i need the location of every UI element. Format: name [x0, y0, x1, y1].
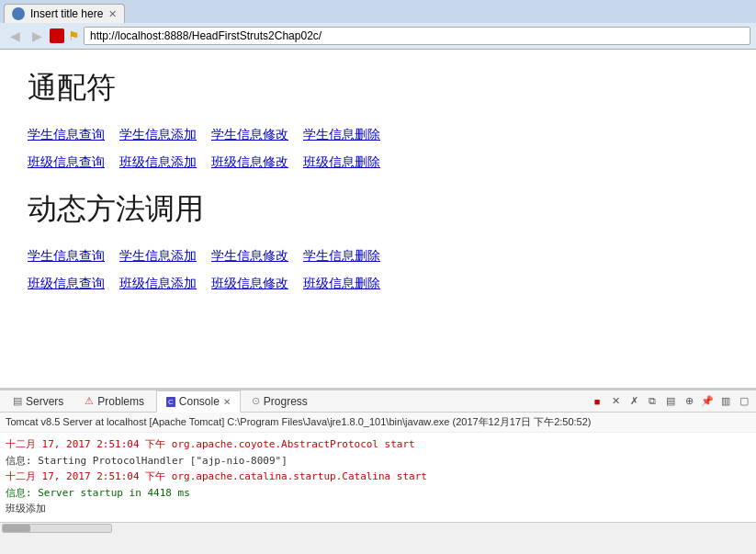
tab-console[interactable]: C Console ✕	[156, 390, 241, 413]
section1-row1: 学生信息查询 学生信息添加 学生信息修改 学生信息删除	[28, 127, 728, 143]
s2-link-6[interactable]: 班级信息添加	[119, 276, 197, 292]
remove-button[interactable]: ✗	[626, 393, 642, 410]
bottom-panel: ▤ Servers ⚠ Problems C Console ✕ ⊙ Progr…	[0, 390, 756, 535]
s1-link-7[interactable]: 班级信息修改	[211, 154, 288, 171]
s2-link-1[interactable]: 学生信息查询	[28, 248, 105, 265]
s1-link-3[interactable]: 学生信息修改	[211, 127, 288, 143]
s2-link-3[interactable]: 学生信息修改	[211, 248, 288, 265]
browser-chrome: Insert title here ✕ ◀ ▶ ⚑	[0, 0, 756, 50]
console-line-5: 班级添加	[6, 502, 750, 517]
horizontal-scrollbar[interactable]	[0, 522, 756, 535]
tab-servers[interactable]: ▤ Servers	[4, 391, 73, 412]
s2-link-8[interactable]: 班级信息删除	[303, 276, 380, 292]
panel-toolbar: ■ ✕ ✗ ⧉ ▤ ⊕ 📌 ▥ ▢	[589, 393, 752, 410]
scrollbar-track[interactable]	[2, 524, 112, 533]
tab-close-button[interactable]: ✕	[108, 8, 117, 20]
progress-icon: ⊙	[252, 395, 260, 407]
s1-link-8[interactable]: 班级信息删除	[303, 154, 380, 171]
section2-row2: 班级信息查询 班级信息添加 班级信息修改 班级信息删除	[28, 276, 728, 292]
view-menu-button[interactable]: ▥	[717, 393, 734, 410]
tab-bar: Insert title here ✕	[0, 0, 756, 23]
tab-title: Insert title here	[30, 7, 103, 20]
console-body: 十二月 17, 2017 2:51:04 下午 org.apache.coyot…	[0, 433, 756, 522]
tab-favicon	[12, 7, 25, 20]
bookmark-icon: ⚑	[68, 28, 80, 43]
s1-link-5[interactable]: 班级信息查询	[28, 154, 105, 171]
console-icon: C	[166, 397, 175, 407]
progress-label: Progress	[264, 395, 308, 408]
s1-link-2[interactable]: 学生信息添加	[119, 127, 197, 143]
browser-tab[interactable]: Insert title here ✕	[4, 4, 125, 23]
console-header: Tomcat v8.5 Server at localhost [Apache …	[0, 413, 756, 433]
console-label: Console	[179, 395, 220, 408]
problems-label: Problems	[97, 395, 144, 408]
section2: 动态方法调用 学生信息查询 学生信息添加 学生信息修改 学生信息删除 班级信息查…	[28, 189, 728, 292]
back-button[interactable]: ◀	[6, 27, 24, 45]
stop-button[interactable]	[50, 28, 64, 43]
s1-link-1[interactable]: 学生信息查询	[28, 127, 105, 143]
console-line-2: 信息: Starting ProtocolHandler ["ajp-nio-8…	[6, 454, 750, 469]
s2-link-7[interactable]: 班级信息修改	[211, 276, 288, 292]
console-line-1: 十二月 17, 2017 2:51:04 下午 org.apache.coyot…	[6, 437, 750, 453]
section2-title: 动态方法调用	[28, 189, 728, 230]
s2-link-5[interactable]: 班级信息查询	[28, 276, 105, 292]
console-close-icon[interactable]: ✕	[223, 397, 231, 407]
section1-row2: 班级信息查询 班级信息添加 班级信息修改 班级信息删除	[28, 154, 728, 171]
main-content: 通配符 学生信息查询 学生信息添加 学生信息修改 学生信息删除 班级信息查询 班…	[0, 50, 756, 390]
nav-bar: ◀ ▶ ⚑	[0, 23, 756, 49]
s1-link-4[interactable]: 学生信息删除	[303, 127, 380, 143]
section1-title: 通配符	[28, 68, 728, 108]
tab-problems[interactable]: ⚠ Problems	[75, 391, 154, 412]
s2-link-4[interactable]: 学生信息删除	[303, 248, 380, 265]
servers-label: Servers	[26, 395, 63, 408]
scrollbar-thumb[interactable]	[3, 525, 30, 532]
console-line-3: 十二月 17, 2017 2:51:04 下午 org.apache.catal…	[6, 469, 750, 485]
open-console-button[interactable]: ▢	[736, 393, 752, 410]
address-bar[interactable]	[84, 27, 750, 45]
tab-progress[interactable]: ⊙ Progress	[243, 391, 318, 412]
s2-link-2[interactable]: 学生信息添加	[119, 248, 197, 265]
scroll-lock-button[interactable]: ⊕	[681, 393, 697, 410]
panel-tabs-bar: ▤ Servers ⚠ Problems C Console ✕ ⊙ Progr…	[0, 390, 756, 413]
forward-button[interactable]: ▶	[28, 27, 46, 45]
servers-icon: ▤	[13, 395, 22, 407]
pin-button[interactable]: 📌	[699, 393, 716, 410]
disconnect-button[interactable]: ✕	[607, 393, 624, 410]
problems-icon: ⚠	[85, 395, 94, 407]
s1-link-6[interactable]: 班级信息添加	[119, 154, 197, 171]
section2-row1: 学生信息查询 学生信息添加 学生信息修改 学生信息删除	[28, 248, 728, 265]
terminate-button[interactable]: ■	[589, 393, 605, 410]
properties-button[interactable]: ▤	[662, 393, 679, 410]
console-line-4: 信息: Server startup in 4418 ms	[6, 486, 750, 502]
copy-button[interactable]: ⧉	[644, 393, 660, 410]
